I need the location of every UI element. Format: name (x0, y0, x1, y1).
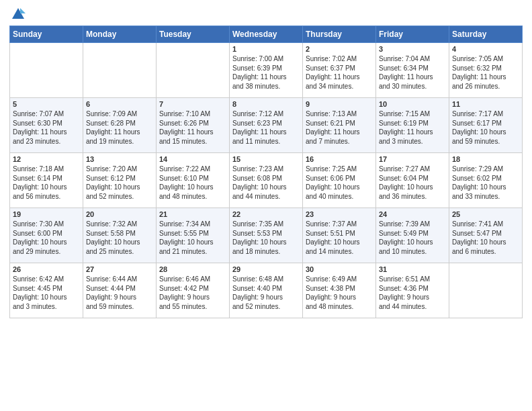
day-number: 9 (306, 100, 373, 108)
col-tuesday: Tuesday (157, 26, 230, 43)
calendar-cell: 31Sunrise: 6:51 AM Sunset: 4:36 PM Dayli… (376, 263, 449, 318)
day-info: Sunrise: 6:51 AM Sunset: 4:36 PM Dayligh… (379, 275, 446, 311)
day-info: Sunrise: 7:12 AM Sunset: 6:23 PM Dayligh… (232, 109, 300, 146)
day-number: 10 (379, 100, 446, 108)
day-info: Sunrise: 7:30 AM Sunset: 6:00 PM Dayligh… (13, 220, 80, 256)
day-number: 15 (232, 155, 300, 163)
week-row-5: 26Sunrise: 6:42 AM Sunset: 4:45 PM Dayli… (10, 263, 523, 318)
calendar-cell: 5Sunrise: 7:07 AM Sunset: 6:30 PM Daylig… (10, 98, 83, 153)
day-number: 22 (232, 210, 300, 218)
day-info: Sunrise: 6:48 AM Sunset: 4:40 PM Dayligh… (232, 275, 300, 311)
col-saturday: Saturday (449, 26, 523, 43)
day-info: Sunrise: 7:29 AM Sunset: 6:02 PM Dayligh… (452, 165, 519, 201)
day-number: 12 (13, 155, 80, 163)
calendar-cell: 8Sunrise: 7:12 AM Sunset: 6:23 PM Daylig… (230, 98, 303, 153)
day-number: 1 (232, 45, 300, 53)
day-number: 19 (13, 210, 80, 218)
day-number: 16 (306, 155, 373, 163)
calendar-cell: 15Sunrise: 7:23 AM Sunset: 6:08 PM Dayli… (230, 153, 303, 208)
day-info: Sunrise: 7:35 AM Sunset: 5:53 PM Dayligh… (232, 220, 300, 256)
calendar-cell: 12Sunrise: 7:18 AM Sunset: 6:14 PM Dayli… (10, 153, 83, 208)
day-number: 31 (379, 265, 446, 273)
day-number: 30 (306, 265, 373, 273)
calendar-cell: 17Sunrise: 7:27 AM Sunset: 6:04 PM Dayli… (376, 153, 449, 208)
day-info: Sunrise: 7:00 AM Sunset: 6:39 PM Dayligh… (232, 54, 300, 91)
day-number: 21 (159, 210, 226, 218)
day-info: Sunrise: 7:10 AM Sunset: 6:26 PM Dayligh… (159, 109, 226, 146)
calendar-cell: 13Sunrise: 7:20 AM Sunset: 6:12 PM Dayli… (83, 153, 157, 208)
day-info: Sunrise: 7:41 AM Sunset: 5:47 PM Dayligh… (452, 220, 519, 256)
header-row: Sunday Monday Tuesday Wednesday Thursday… (10, 26, 523, 43)
page: Sunday Monday Tuesday Wednesday Thursday… (0, 0, 532, 411)
calendar-cell: 19Sunrise: 7:30 AM Sunset: 6:00 PM Dayli… (10, 208, 83, 263)
week-row-3: 12Sunrise: 7:18 AM Sunset: 6:14 PM Dayli… (10, 153, 523, 208)
day-number: 5 (13, 100, 80, 108)
day-number: 18 (452, 155, 519, 163)
day-number: 23 (306, 210, 373, 218)
day-number: 14 (159, 155, 226, 163)
day-info: Sunrise: 7:32 AM Sunset: 5:58 PM Dayligh… (86, 220, 153, 256)
calendar-cell: 25Sunrise: 7:41 AM Sunset: 5:47 PM Dayli… (449, 208, 523, 263)
calendar-cell: 1Sunrise: 7:00 AM Sunset: 6:39 PM Daylig… (230, 43, 303, 98)
day-number: 28 (159, 265, 226, 273)
day-number: 8 (232, 100, 300, 108)
day-number: 29 (232, 265, 300, 273)
col-friday: Friday (376, 26, 449, 43)
calendar-cell: 2Sunrise: 7:02 AM Sunset: 6:37 PM Daylig… (303, 43, 376, 98)
week-row-2: 5Sunrise: 7:07 AM Sunset: 6:30 PM Daylig… (10, 98, 523, 153)
day-number: 7 (159, 100, 226, 108)
calendar-cell (83, 43, 157, 98)
day-info: Sunrise: 7:18 AM Sunset: 6:14 PM Dayligh… (13, 165, 80, 201)
calendar-cell (449, 263, 523, 318)
day-number: 25 (452, 210, 519, 218)
col-monday: Monday (83, 26, 157, 43)
day-number: 13 (86, 155, 153, 163)
day-number: 2 (306, 45, 373, 53)
calendar-cell: 18Sunrise: 7:29 AM Sunset: 6:02 PM Dayli… (449, 153, 523, 208)
day-number: 20 (86, 210, 153, 218)
day-info: Sunrise: 7:09 AM Sunset: 6:28 PM Dayligh… (86, 109, 153, 146)
calendar: Sunday Monday Tuesday Wednesday Thursday… (9, 26, 523, 318)
day-info: Sunrise: 7:22 AM Sunset: 6:10 PM Dayligh… (159, 165, 226, 201)
calendar-cell: 27Sunrise: 6:44 AM Sunset: 4:44 PM Dayli… (83, 263, 157, 318)
day-info: Sunrise: 6:49 AM Sunset: 4:38 PM Dayligh… (306, 275, 373, 311)
day-number: 4 (452, 45, 519, 53)
col-sunday: Sunday (10, 26, 83, 43)
day-info: Sunrise: 7:13 AM Sunset: 6:21 PM Dayligh… (306, 109, 373, 146)
day-info: Sunrise: 7:39 AM Sunset: 5:49 PM Dayligh… (379, 220, 446, 256)
calendar-cell (157, 43, 230, 98)
week-row-1: 1Sunrise: 7:00 AM Sunset: 6:39 PM Daylig… (10, 43, 523, 98)
day-number: 24 (379, 210, 446, 218)
day-info: Sunrise: 7:34 AM Sunset: 5:55 PM Dayligh… (159, 220, 226, 256)
day-info: Sunrise: 7:23 AM Sunset: 6:08 PM Dayligh… (232, 165, 300, 201)
logo (9, 7, 26, 21)
day-info: Sunrise: 7:02 AM Sunset: 6:37 PM Dayligh… (306, 54, 373, 91)
day-number: 6 (86, 100, 153, 108)
calendar-cell: 29Sunrise: 6:48 AM Sunset: 4:40 PM Dayli… (230, 263, 303, 318)
day-info: Sunrise: 6:46 AM Sunset: 4:42 PM Dayligh… (159, 275, 226, 311)
day-number: 3 (379, 45, 446, 53)
day-info: Sunrise: 7:04 AM Sunset: 6:34 PM Dayligh… (379, 54, 446, 91)
calendar-cell: 26Sunrise: 6:42 AM Sunset: 4:45 PM Dayli… (10, 263, 83, 318)
calendar-cell: 9Sunrise: 7:13 AM Sunset: 6:21 PM Daylig… (303, 98, 376, 153)
calendar-cell: 3Sunrise: 7:04 AM Sunset: 6:34 PM Daylig… (376, 43, 449, 98)
calendar-cell: 20Sunrise: 7:32 AM Sunset: 5:58 PM Dayli… (83, 208, 157, 263)
day-info: Sunrise: 7:17 AM Sunset: 6:17 PM Dayligh… (452, 109, 519, 146)
day-info: Sunrise: 6:42 AM Sunset: 4:45 PM Dayligh… (13, 275, 80, 311)
day-number: 11 (452, 100, 519, 108)
calendar-cell: 21Sunrise: 7:34 AM Sunset: 5:55 PM Dayli… (157, 208, 230, 263)
calendar-cell: 28Sunrise: 6:46 AM Sunset: 4:42 PM Dayli… (157, 263, 230, 318)
day-info: Sunrise: 7:05 AM Sunset: 6:32 PM Dayligh… (452, 54, 519, 91)
calendar-cell: 22Sunrise: 7:35 AM Sunset: 5:53 PM Dayli… (230, 208, 303, 263)
calendar-cell: 7Sunrise: 7:10 AM Sunset: 6:26 PM Daylig… (157, 98, 230, 153)
calendar-cell: 11Sunrise: 7:17 AM Sunset: 6:17 PM Dayli… (449, 98, 523, 153)
day-number: 27 (86, 265, 153, 273)
day-info: Sunrise: 6:44 AM Sunset: 4:44 PM Dayligh… (86, 275, 153, 311)
day-info: Sunrise: 7:25 AM Sunset: 6:06 PM Dayligh… (306, 165, 373, 201)
header (9, 7, 523, 21)
calendar-cell: 30Sunrise: 6:49 AM Sunset: 4:38 PM Dayli… (303, 263, 376, 318)
svg-marker-1 (20, 8, 26, 13)
calendar-cell: 24Sunrise: 7:39 AM Sunset: 5:49 PM Dayli… (376, 208, 449, 263)
calendar-cell: 14Sunrise: 7:22 AM Sunset: 6:10 PM Dayli… (157, 153, 230, 208)
logo-icon (11, 7, 26, 21)
